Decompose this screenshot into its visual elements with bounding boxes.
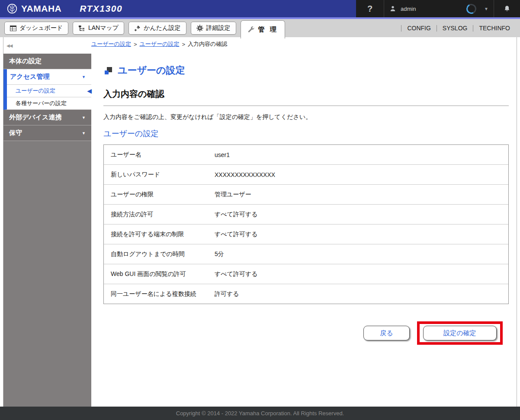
- chevron-down-icon: ▼: [82, 75, 86, 79]
- sidebar-item-access-management[interactable]: アクセス管理 ▼: [7, 69, 91, 84]
- sidebar-item-maintenance[interactable]: 保守 ▼: [3, 125, 91, 141]
- row-label: 同一ユーザー名による複数接続: [104, 290, 215, 298]
- tab-management-label: 管 理: [258, 26, 278, 34]
- table-row: 自動ログアウトまでの時間 5分: [104, 244, 508, 264]
- sidebar-item-server-settings[interactable]: 各種サーバーの設定: [7, 97, 91, 109]
- sidebar-item-label: 保守: [9, 129, 22, 137]
- confirmation-table: ユーザー名 user1 新しいパスワード XXXXXXXXXXXXXXX ユーザ…: [103, 144, 509, 304]
- divider: [103, 106, 509, 106]
- syslog-link[interactable]: SYSLOG: [437, 25, 473, 32]
- row-label: ユーザー名: [104, 151, 215, 159]
- sidebar-item-user-settings[interactable]: ユーザーの設定 ◀: [7, 84, 91, 97]
- tab-management-active[interactable]: 管 理: [241, 20, 285, 38]
- help-button[interactable]: ?: [356, 0, 384, 17]
- row-label: 自動ログアウトまでの時間: [104, 250, 215, 258]
- yamaha-logo-icon: [7, 3, 17, 14]
- question-mark-icon: ?: [367, 4, 372, 14]
- row-label: 接続を許可する端末の制限: [104, 231, 215, 238]
- table-row: Web GUI 画面の閲覧の許可 すべて許可する: [104, 264, 508, 284]
- breadcrumb-separator: >: [182, 41, 185, 48]
- table-row: 接続を許可する端末の制限 すべて許可する: [104, 224, 508, 244]
- action-buttons-row: 戻る 設定の確定: [103, 321, 508, 345]
- tab-advanced-settings-label: 詳細設定: [206, 24, 231, 32]
- lan-map-icon: [78, 25, 85, 31]
- user-icon: [389, 5, 396, 12]
- confirm-settings-button[interactable]: 設定の確定: [423, 326, 497, 340]
- techinfo-link[interactable]: TECHINFO: [473, 25, 516, 32]
- row-label: Web GUI 画面の閲覧の許可: [104, 270, 215, 278]
- tab-easy-setup[interactable]: かんたん設定: [128, 22, 186, 35]
- sidebar-item-label: ユーザーの設定: [16, 87, 55, 95]
- sidebar-item-label: 外部デバイス連携: [9, 113, 61, 122]
- main-content: ユーザーの設定 入力内容の確認 入力内容をご確認の上、変更がなければ「設定の確定…: [91, 54, 517, 407]
- notifications-button[interactable]: [494, 0, 520, 17]
- row-label: 新しいパスワード: [104, 171, 215, 179]
- breadcrumb-current: 入力内容の確認: [188, 40, 227, 48]
- breadcrumb-link-1[interactable]: ユーザーの設定: [91, 40, 131, 48]
- tab-advanced-settings[interactable]: 詳細設定: [191, 22, 236, 35]
- copyright-text: Copyright © 2014 - 2022 Yamaha Corporati…: [176, 410, 344, 417]
- tab-dashboard[interactable]: ダッシュボード: [4, 22, 68, 35]
- page-title-row: ユーザーの設定: [105, 64, 509, 77]
- user-session-area: admin ▼: [384, 0, 494, 17]
- sidebar-item-device-settings[interactable]: 本体の設定: [3, 54, 91, 69]
- config-link[interactable]: CONFIG: [401, 25, 436, 32]
- top-header-bar: YAMAHA RTX1300 ? admin ▼: [0, 0, 520, 17]
- row-value: user1: [215, 151, 230, 158]
- row-value: 許可する: [215, 290, 239, 298]
- subsection-heading: ユーザーの設定: [103, 128, 509, 139]
- sidebar-group-access-management: アクセス管理 ▼ ユーザーの設定 ◀ 各種サーバーの設定: [3, 69, 91, 110]
- chevron-down-icon[interactable]: ▼: [484, 6, 488, 11]
- row-value: 管理ユーザー: [215, 191, 251, 199]
- breadcrumb-row: ◀◀ ユーザーの設定 > ユーザーの設定 > 入力内容の確認: [3, 37, 517, 54]
- chevron-down-icon: ▼: [82, 115, 86, 120]
- sidebar-collapse-button[interactable]: ◀◀: [3, 43, 91, 48]
- main-toolbar: ダッシュボード LANマップ かんたん設定: [0, 19, 520, 37]
- breadcrumb-separator: >: [134, 41, 137, 48]
- dashboard-icon: [10, 26, 16, 31]
- back-button[interactable]: 戻る: [363, 326, 410, 340]
- footer: Copyright © 2014 - 2022 Yamaha Corporati…: [0, 407, 520, 420]
- refresh-spinner-icon[interactable]: [465, 3, 478, 15]
- wrench-icon: [247, 26, 255, 33]
- sidebar-item-label: アクセス管理: [10, 73, 49, 81]
- tab-easy-setup-label: かんたん設定: [144, 24, 180, 32]
- row-value: 5分: [215, 250, 224, 258]
- row-value: すべて許可する: [215, 231, 258, 238]
- body-row: 本体の設定 アクセス管理 ▼ ユーザーの設定 ◀ 各種サーバーの設定: [3, 54, 517, 407]
- bell-icon: [504, 5, 510, 12]
- tab-lan-map-label: LANマップ: [88, 24, 119, 32]
- active-item-marker-icon: ◀: [87, 87, 92, 94]
- page-title: ユーザーの設定: [118, 64, 185, 77]
- row-label: 接続方法の許可: [104, 211, 215, 218]
- yamaha-brand: YAMAHA: [0, 3, 61, 14]
- instruction-text: 入力内容をご確認の上、変更がなければ「設定の確定」を押してください。: [103, 113, 509, 121]
- breadcrumb-link-2[interactable]: ユーザーの設定: [140, 40, 180, 48]
- easy-setup-icon: [134, 25, 141, 32]
- sidebar-item-label: 各種サーバーの設定: [16, 99, 67, 107]
- sidebar-item-external-devices[interactable]: 外部デバイス連携 ▼: [3, 110, 91, 125]
- section-heading: 入力内容の確認: [103, 88, 509, 100]
- row-value: すべて許可する: [215, 211, 258, 218]
- model-name: RTX1300: [80, 3, 122, 14]
- top-header-right: ? admin ▼: [356, 0, 520, 17]
- brand-name: YAMAHA: [21, 3, 61, 14]
- row-value: XXXXXXXXXXXXXXX: [215, 171, 275, 178]
- highlight-red-frame: 設定の確定: [417, 321, 503, 345]
- chevron-down-icon: ▼: [82, 131, 86, 135]
- table-row: 新しいパスワード XXXXXXXXXXXXXXX: [104, 164, 508, 184]
- row-value: すべて許可する: [215, 270, 258, 278]
- username-label: admin: [401, 6, 416, 12]
- sidebar: 本体の設定 アクセス管理 ▼ ユーザーの設定 ◀ 各種サーバーの設定: [3, 54, 91, 407]
- table-row: 同一ユーザー名による複数接続 許可する: [104, 284, 508, 304]
- row-label: ユーザーの権限: [104, 191, 215, 199]
- page-frame: ◀◀ ユーザーの設定 > ユーザーの設定 > 入力内容の確認 本体の設定 アクセ…: [3, 37, 517, 407]
- tab-lan-map[interactable]: LANマップ: [73, 22, 124, 35]
- page-title-icon: [105, 67, 112, 74]
- gear-icon: [196, 25, 203, 32]
- toolbar-links: CONFIG SYSLOG TECHINFO: [401, 25, 516, 32]
- app-window: YAMAHA RTX1300 ? admin ▼: [0, 0, 520, 420]
- table-row: ユーザー名 user1: [104, 145, 508, 164]
- breadcrumb: ユーザーの設定 > ユーザーの設定 > 入力内容の確認: [91, 40, 227, 48]
- tab-dashboard-label: ダッシュボード: [19, 24, 63, 32]
